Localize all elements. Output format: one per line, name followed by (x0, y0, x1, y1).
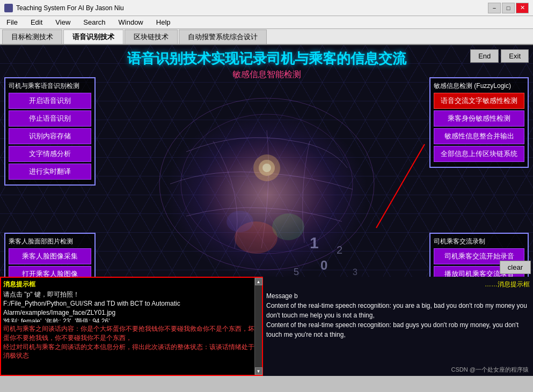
svg-text:5: 5 (294, 267, 299, 277)
svg-text:1: 1 (310, 234, 319, 252)
main-title-text: 语音识别技术实现记录司机与乘客的信息交流 (0, 49, 533, 68)
btn-upload-blockchain[interactable]: 全部信息上传区块链系统 (434, 146, 524, 162)
svg-point-11 (272, 213, 304, 240)
scrollbar: ▲ ▼ (254, 278, 262, 375)
panel-sensitive-title: 敏感信息检测 (FuzzyLogic) (434, 82, 524, 91)
tab-bar: 目标检测技术 语音识别技术 区块链技术 自动报警系统综合设计 (0, 29, 533, 45)
panel-sensitive-info: 敏感信息检测 (FuzzyLogic) 语音交流文字敏感性检测 乘客身份敏感性检… (429, 77, 529, 168)
window-controls: − □ ✕ (488, 3, 529, 13)
brain-svg: 1 0 2 5 3 (106, 87, 428, 302)
clear-button[interactable]: clear (500, 261, 531, 274)
tab-blockchain[interactable]: 区块链技术 (125, 29, 178, 44)
watermark: CSDN @一个处女座的程序猿 (451, 366, 529, 374)
svg-text:2: 2 (337, 244, 342, 256)
message-hint-box: 消息提示框 请点击 "p" 键，即可拍照！F:/File_Python/Pyth… (0, 277, 263, 376)
btn-text-sentiment[interactable]: 文字情感分析 (9, 146, 91, 162)
svg-point-12 (227, 211, 253, 232)
main-area: 1 0 2 5 3 语音识别技术实现记录司机与乘客的信息交流 敏感信息智能检测 … (0, 45, 533, 376)
btn-start-voice[interactable]: 开启语音识别 (9, 93, 91, 109)
btn-store-content[interactable]: 识别内容存储 (9, 128, 91, 144)
btn-voice-sensitive[interactable]: 语音交流文字敏感性检测 (434, 93, 524, 109)
menu-help[interactable]: Help (152, 17, 175, 27)
btn-realtime-translate[interactable]: 进行实时翻译 (9, 164, 91, 180)
btn-stop-voice[interactable]: 停止语音识别 (9, 110, 91, 127)
svg-text:3: 3 (353, 268, 357, 277)
minimize-button[interactable]: − (488, 3, 501, 13)
btn-face-capture[interactable]: 乘客人脸图像采集 (9, 248, 91, 264)
message-right-area: clear ……消息提示框 Message bContent of the re… (263, 277, 533, 376)
title-bar-left: Teaching System For AI By Jason Niu (4, 4, 124, 12)
menu-file[interactable]: File (2, 17, 22, 27)
hint-content1: 请点击 "p" 键，即可拍照！F:/File_Python/Python_GUI… (3, 290, 260, 322)
app-icon (4, 4, 13, 12)
maximize-button[interactable]: □ (502, 3, 515, 13)
menu-edit[interactable]: Edit (26, 17, 47, 27)
panel-voice-recognition: 司机与乘客语音识别检测 开启语音识别 停止语音识别 识别内容存储 文字情感分析 … (4, 77, 96, 186)
brain-visual: 1 0 2 5 3 (106, 87, 428, 302)
right-text: Message bContent of the real-time speech… (266, 292, 527, 338)
hint-text2: 司机与乘客之间谈话内容：你是个大坏蛋你不要抢我钱你不要碰我救命你不是个东西，坏蛋… (3, 325, 254, 359)
bottom-area: 消息提示框 请点击 "p" 键，即可拍照！F:/File_Python/Pyth… (0, 277, 533, 376)
menu-bar: File Edit View Search Window Help (0, 16, 533, 29)
tab-voice-recognition[interactable]: 语音识别技术 (63, 29, 123, 44)
panel-face-title: 乘客人脸面部图片检测 (9, 237, 91, 246)
tab-auto-alarm[interactable]: 自动报警系统综合设计 (179, 29, 267, 44)
app-title: Teaching System For AI By Jason Niu (16, 4, 124, 12)
btn-merge-sensitive[interactable]: 敏感性信息整合并输出 (434, 128, 524, 144)
svg-point-4 (262, 164, 271, 172)
main-title-area: 语音识别技术实现记录司机与乘客的信息交流 敏感信息智能检测 (0, 49, 533, 80)
panel-voice-title: 司机与乘客语音识别检测 (9, 82, 91, 91)
right-label: ……消息提示框 (266, 280, 530, 289)
btn-passenger-sensitive[interactable]: 乘客身份敏感性检测 (434, 110, 524, 127)
panel-recording-title: 司机乘客交流录制 (434, 237, 524, 246)
menu-view[interactable]: View (51, 17, 75, 27)
scroll-down-button[interactable]: ▼ (255, 367, 262, 375)
hint-content2: 司机与乘客之间谈话内容：你是个大坏蛋你不要抢我钱你不要碰我救命你不是个东西，坏蛋… (3, 324, 260, 360)
menu-window[interactable]: Window (114, 17, 148, 27)
hint-label: 消息提示框 (3, 280, 260, 289)
right-content: Message bContent of the real-time speech… (266, 291, 530, 339)
exit-button[interactable]: Exit (501, 49, 529, 63)
title-bar: Teaching System For AI By Jason Niu − □ … (0, 0, 533, 16)
close-button[interactable]: ✕ (516, 3, 529, 13)
scroll-up-button[interactable]: ▲ (255, 278, 262, 285)
hint-text1: 请点击 "p" 键，即可拍照！F:/File_Python/Python_GUI… (3, 291, 180, 322)
top-right-buttons: End Exit (470, 49, 529, 63)
menu-search[interactable]: Search (79, 17, 109, 27)
tab-object-detection[interactable]: 目标检测技术 (2, 29, 62, 44)
end-button[interactable]: End (470, 49, 499, 63)
svg-text:0: 0 (320, 258, 327, 272)
